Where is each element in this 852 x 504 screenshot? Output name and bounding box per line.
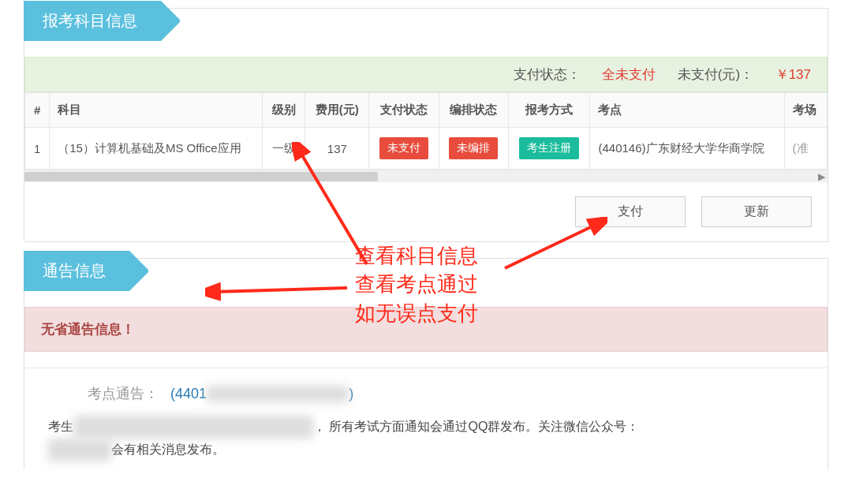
action-button-row: 支付 更新 [24, 182, 828, 233]
td-extra: (准 [784, 128, 827, 170]
scrollbar-thumb[interactable] [24, 172, 378, 181]
panel-title-text: 报考科目信息 [43, 12, 137, 29]
th-site: 考点 [590, 93, 784, 128]
redacted-segment: xxxxxxxxxxxxxxxxxxxxxxxxxxxxxxxxxxxxxx [73, 416, 313, 439]
status-label: 支付状态： [514, 67, 581, 82]
unpaid-label: 未支付(元)： [678, 67, 753, 82]
td-level: 一级 [263, 128, 305, 170]
subject-table-wrap: # 科目 级别 费用(元) 支付状态 编排状态 报考方式 考点 考场 1 （15… [24, 92, 828, 170]
panel-title-text: 通告信息 [43, 262, 106, 279]
alert-text: 无省通告信息！ [41, 322, 135, 337]
th-index: # [25, 93, 50, 128]
td-arrangestate: 未编排 [439, 128, 508, 170]
table-header-row: # 科目 级别 费用(元) 支付状态 编排状态 报考方式 考点 考场 [25, 93, 828, 128]
arrange-state-badge: 未编排 [449, 137, 498, 159]
notice-body-suffix: 会有相关消息发布。 [111, 442, 225, 456]
unpaid-amount: ￥137 [775, 67, 811, 82]
panel-title: 通告信息 [24, 251, 129, 291]
horizontal-scrollbar[interactable]: ◀ ▶ [24, 170, 828, 182]
td-subject: （15）计算机基础及MS Office应用 [50, 128, 263, 170]
site-notice-label: 考点通告： [88, 386, 159, 401]
table-row: 1 （15）计算机基础及MS Office应用 一级 137 未支付 未编排 考… [25, 128, 828, 170]
th-subject: 科目 [50, 93, 263, 128]
th-method: 报考方式 [509, 93, 590, 128]
refresh-button[interactable]: 更新 [701, 196, 812, 227]
payment-status-bar: 支付状态： 全未支付 未支付(元)： ￥137 [24, 57, 828, 92]
th-arrangestate: 编排状态 [439, 93, 508, 128]
th-fee: 费用(元) [305, 93, 369, 128]
pay-state-badge: 未支付 [379, 137, 428, 159]
redacted-segment: xxxxxxxxxx [48, 439, 111, 461]
td-fee: 137 [305, 128, 369, 170]
subject-info-panel: 报考科目信息 支付状态： 全未支付 未支付(元)： ￥137 # 科目 级别 费… [24, 8, 828, 242]
td-site: (440146)广东财经大学华商学院 [590, 128, 784, 170]
th-paystate: 支付状态 [369, 93, 439, 128]
notice-panel: 通告信息 无省通告信息！ 考点通告： (44010000000000000000… [24, 258, 828, 469]
site-notice-body: 考生xxxxxxxxxxxxxxxxxxxxxxxxxxxxxxxxxxxxxx… [24, 411, 828, 469]
notice-body-mid: ， 所有考试方面通知会通过QQ群发布。关注微信公众号： [313, 420, 639, 433]
subject-table: # 科目 级别 费用(元) 支付状态 编排状态 报考方式 考点 考场 1 （15… [24, 92, 828, 170]
td-index: 1 [25, 128, 50, 170]
th-extra: 考场 [784, 93, 827, 128]
site-notice-code: (4401000000000000000000) [170, 386, 353, 401]
no-province-notice-alert: 无省通告信息！ [24, 307, 828, 352]
site-notice-header: 考点通告： (4401000000000000000000) [24, 368, 828, 411]
status-value: 全未支付 [602, 67, 656, 82]
scroll-right-icon[interactable]: ▶ [815, 170, 828, 182]
register-method-badge: 考生注册 [519, 137, 579, 159]
td-paystate: 未支付 [369, 128, 439, 170]
td-method: 考生注册 [509, 128, 590, 170]
th-level: 级别 [263, 93, 305, 128]
pay-button[interactable]: 支付 [575, 196, 686, 227]
panel-title: 报考科目信息 [24, 1, 161, 41]
notice-body-prefix: 考生 [48, 420, 73, 433]
